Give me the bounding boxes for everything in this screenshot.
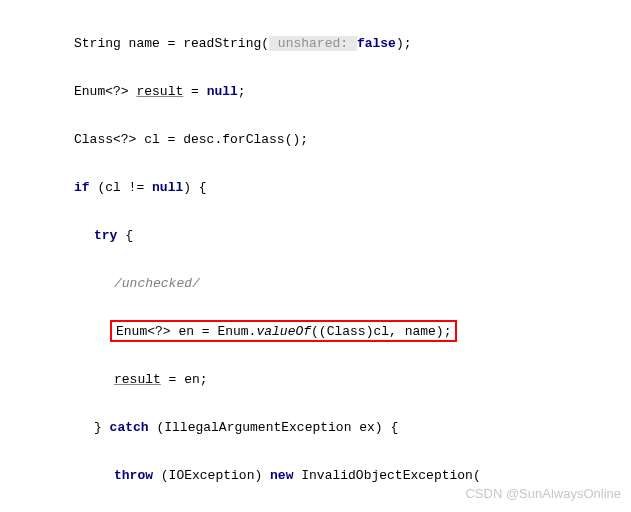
code-line: Class<?> cl = desc.forClass(); — [54, 128, 631, 152]
code-line: try { — [54, 224, 631, 248]
code-line: } catch (IllegalArgumentException ex) { — [54, 416, 631, 440]
code-line: throw (IOException) new InvalidObjectExc… — [54, 464, 631, 488]
code-line: if (cl != null) { — [54, 176, 631, 200]
highlight-box: Enum<?> en = Enum.valueOf((Class)cl, nam… — [110, 320, 457, 342]
code-line: /unchecked/ — [54, 272, 631, 296]
code-line-highlighted: Enum<?> en = Enum.valueOf((Class)cl, nam… — [54, 320, 631, 344]
parameter-hint: unshared: — [269, 36, 357, 51]
code-line: String name = readString( unshared: fals… — [54, 32, 631, 56]
code-block: String name = readString( unshared: fals… — [54, 8, 631, 512]
code-line: result = en; — [54, 368, 631, 392]
code-line: Enum<?> result = null; — [54, 80, 631, 104]
